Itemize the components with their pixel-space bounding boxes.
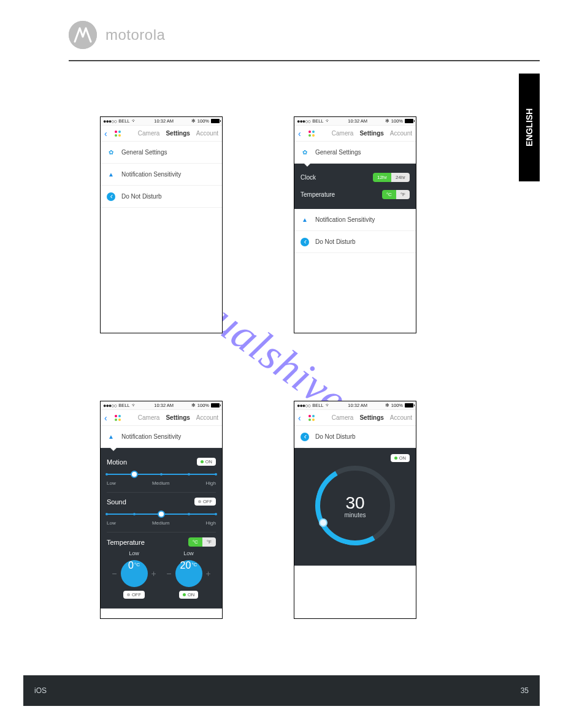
toggle-celsius[interactable]: °C xyxy=(188,537,202,547)
tab-camera[interactable]: Camera xyxy=(332,130,354,137)
toggle-fahrenheit[interactable]: °F xyxy=(202,537,216,547)
temperature-label: Temperature xyxy=(301,191,335,198)
tab-account[interactable]: Account xyxy=(390,414,412,421)
sound-toggle[interactable]: OFF xyxy=(194,498,216,506)
screenshot-notification-sensitivity: ●●●○○ BELL ᯤ 10:32 AM ✻ 100% ‹ xyxy=(100,401,223,619)
clock-icon xyxy=(301,238,309,246)
toggle-12hr[interactable]: 12hr xyxy=(373,173,391,182)
temp-high-label: Low xyxy=(183,550,194,556)
battery-pct: 100% xyxy=(197,118,209,124)
scale-low: Low xyxy=(107,480,116,486)
motion-toggle[interactable]: ON xyxy=(197,458,216,466)
svg-point-14 xyxy=(312,415,315,417)
temperature-label: Temperature xyxy=(107,539,145,546)
tab-camera[interactable]: Camera xyxy=(332,414,354,421)
bluetooth-icon: ✻ xyxy=(191,403,196,408)
gear-icon: ✿ xyxy=(107,148,115,157)
sound-label: Sound xyxy=(107,498,126,506)
row-label: Notification Sensitivity xyxy=(315,216,375,223)
tab-settings[interactable]: Settings xyxy=(166,414,190,421)
carrier-label: BELL xyxy=(312,118,323,124)
temp-low-toggle[interactable]: OFF xyxy=(123,591,145,599)
dnd-panel: ON 30 minutes xyxy=(294,448,416,566)
svg-point-13 xyxy=(308,415,311,417)
row-notification-sensitivity[interactable]: ▲ Notification Sensitivity xyxy=(101,164,222,186)
scale-low: Low xyxy=(107,520,116,526)
svg-point-4 xyxy=(118,134,121,137)
page-footer: iOS 35 xyxy=(23,675,540,706)
clock-label: 10:32 AM xyxy=(348,403,367,408)
svg-point-1 xyxy=(115,131,117,133)
signal-icon: ●●●○○ xyxy=(297,118,310,124)
dnd-toggle[interactable]: ON xyxy=(391,454,410,462)
clock-icon xyxy=(107,192,115,201)
warning-icon: ▲ xyxy=(107,170,115,179)
signal-icon: ●●●○○ xyxy=(103,118,117,124)
general-settings-panel: Clock 12hr 24hr Temperature °C °F xyxy=(294,164,416,209)
row-general-settings[interactable]: ✿ General Settings xyxy=(101,142,222,164)
gear-icon: ✿ xyxy=(301,148,309,157)
tab-camera[interactable]: Camera xyxy=(138,414,160,421)
status-bar: ●●●○○ BELL ᯤ 10:32 AM ✻ 100% xyxy=(101,117,222,126)
temp-high-plus[interactable]: + xyxy=(206,569,211,578)
tab-account[interactable]: Account xyxy=(196,130,218,137)
hubble-logo-icon[interactable] xyxy=(307,414,316,422)
svg-point-5 xyxy=(308,131,311,133)
temp-high-value: 20°C xyxy=(175,560,202,587)
svg-point-2 xyxy=(118,131,121,133)
toggle-fahrenheit[interactable]: °F xyxy=(396,190,410,199)
bluetooth-icon: ✻ xyxy=(385,403,389,408)
temp-low-minus[interactable]: − xyxy=(112,569,117,578)
tab-settings[interactable]: Settings xyxy=(359,130,383,137)
hubble-logo-icon[interactable] xyxy=(307,129,316,138)
tab-settings[interactable]: Settings xyxy=(166,130,190,137)
toggle-celsius[interactable]: °C xyxy=(382,190,396,199)
toggle-24hr[interactable]: 24hr xyxy=(391,173,410,182)
svg-point-16 xyxy=(312,419,315,421)
back-chevron-icon[interactable]: ‹ xyxy=(104,414,107,422)
tab-settings[interactable]: Settings xyxy=(359,414,383,421)
row-do-not-disturb[interactable]: Do Not Disturb xyxy=(294,231,416,253)
footer-right: 35 xyxy=(521,686,529,695)
tab-account[interactable]: Account xyxy=(390,130,412,137)
temp-high-toggle[interactable]: ON xyxy=(179,591,198,599)
battery-pct: 100% xyxy=(391,118,403,124)
motion-slider[interactable] xyxy=(107,469,216,479)
carrier-label: BELL xyxy=(118,118,129,124)
back-chevron-icon[interactable]: ‹ xyxy=(298,414,301,422)
temperature-unit-toggle[interactable]: °C °F xyxy=(382,190,410,199)
screenshot-settings-list: ●●●○○ BELL ᯤ 10:32 AM ✻ 100% ‹ xyxy=(100,116,223,333)
svg-point-6 xyxy=(312,131,315,133)
temp-low-label: Low xyxy=(129,550,139,556)
dnd-dial[interactable]: 30 minutes xyxy=(315,466,395,545)
svg-point-15 xyxy=(308,419,311,421)
wifi-icon: ᯤ xyxy=(132,403,137,408)
sound-slider[interactable] xyxy=(107,509,216,519)
signal-icon: ●●●○○ xyxy=(103,403,117,409)
tab-camera[interactable]: Camera xyxy=(138,130,160,137)
hubble-logo-icon[interactable] xyxy=(113,414,122,422)
row-do-not-disturb[interactable]: Do Not Disturb xyxy=(101,186,222,208)
battery-icon xyxy=(211,403,220,408)
battery-pct: 100% xyxy=(391,403,403,408)
screenshot-general-settings-expanded: ●●●○○ BELL ᯤ 10:32 AM ✻ 100% ‹ xyxy=(294,116,416,333)
row-general-settings[interactable]: ✿ General Settings xyxy=(294,142,416,164)
clock-format-toggle[interactable]: 12hr 24hr xyxy=(373,173,410,182)
clock-icon xyxy=(301,433,309,441)
row-notification-sensitivity[interactable]: ▲ Notification Sensitivity xyxy=(294,209,416,231)
back-chevron-icon[interactable]: ‹ xyxy=(104,129,107,138)
temp-low-value: 0°C xyxy=(121,560,148,587)
row-notification-sensitivity[interactable]: ▲ Notification Sensitivity xyxy=(101,426,222,448)
tab-account[interactable]: Account xyxy=(196,414,218,421)
back-chevron-icon[interactable]: ‹ xyxy=(298,129,301,138)
row-label: Do Not Disturb xyxy=(315,433,356,440)
temperature-unit-toggle[interactable]: °C °F xyxy=(188,537,216,547)
row-do-not-disturb[interactable]: Do Not Disturb xyxy=(294,426,416,448)
hubble-logo-icon[interactable] xyxy=(113,129,122,138)
svg-point-12 xyxy=(118,419,121,421)
row-label: Do Not Disturb xyxy=(121,193,162,200)
temp-high-minus[interactable]: − xyxy=(166,569,171,578)
temp-low-plus[interactable]: + xyxy=(151,569,156,578)
bluetooth-icon: ✻ xyxy=(191,118,196,124)
svg-point-11 xyxy=(115,419,117,421)
